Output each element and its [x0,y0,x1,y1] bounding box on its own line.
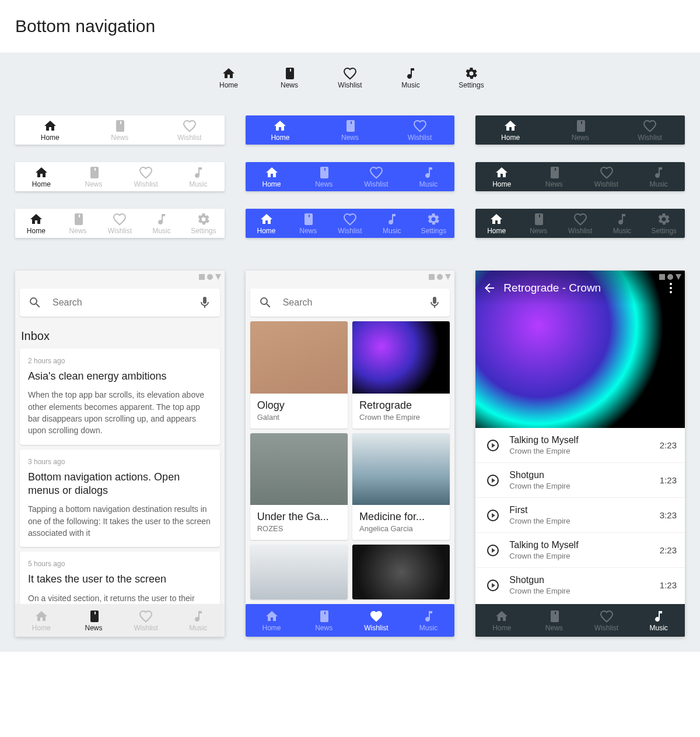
nav-item-music[interactable]: Music [172,166,225,188]
mic-icon[interactable] [198,296,212,310]
play-icon[interactable] [486,438,500,452]
nav-label: News [299,227,317,234]
back-icon[interactable] [482,281,496,295]
nav-label: News [85,624,103,631]
nav-item-settings[interactable]: Settings [183,212,225,234]
play-icon[interactable] [486,543,500,557]
track-row[interactable]: Talking to Myself Crown the Empire 2:23 [475,428,685,463]
card-time: 5 hours ago [28,560,212,568]
nav-item-home[interactable]: Home [246,609,298,631]
nav-bar-blue-3: HomeNewsWishlist [246,115,455,145]
nav-item-music[interactable]: Music [402,166,455,188]
track-row[interactable]: Shotgun Crown the Empire 1:23 [475,568,685,602]
nav-item-home[interactable]: Home [15,119,85,141]
nav-item-home[interactable]: Home [212,66,245,89]
nav-item-home[interactable]: Home [475,119,545,141]
nav-item-news[interactable]: News [517,212,559,234]
track-artist: Crown the Empire [509,552,650,560]
play-icon[interactable] [486,473,500,487]
nav-item-news[interactable]: News [57,212,99,234]
nav-item-wishlist[interactable]: Wishlist [350,609,402,631]
nav-item-wishlist[interactable]: Wishlist [155,119,225,141]
search-input[interactable] [52,297,187,308]
nav-item-home[interactable]: Home [246,212,288,234]
card-title: Bottom navigation actions. Open menus or… [28,471,212,498]
album-card[interactable] [250,545,348,599]
nav-item-wishlist[interactable]: Wishlist [334,66,366,89]
nav-item-music[interactable]: Music [632,609,685,631]
play-icon[interactable] [486,508,500,522]
nav-item-news[interactable]: News [528,609,580,631]
nav-item-music[interactable]: Music [601,212,643,234]
nav-bar-blue-4: HomeNewsWishlistMusic [246,162,455,191]
nav-item-news[interactable]: News [287,212,329,234]
track-row[interactable]: First Crown the Empire 3:23 [475,498,685,533]
nav-item-music[interactable]: Music [632,166,685,188]
nav-label: Settings [191,227,216,234]
nav-item-music[interactable]: Music [371,212,413,234]
nav-item-wishlist[interactable]: Wishlist [120,166,172,188]
inbox-card[interactable]: 2 hours ago Asia's clean energy ambition… [20,349,220,445]
nav-item-news[interactable]: News [298,166,350,188]
track-row[interactable]: Shotgun Crown the Empire 1:23 [475,463,685,498]
nav-item-music[interactable]: Music [141,212,183,234]
nav-label: Music [401,82,419,89]
nav-item-settings[interactable]: Settings [413,212,455,234]
nav-item-home[interactable]: Home [475,212,517,234]
home-icon [222,66,236,80]
nav-item-music[interactable]: Music [172,609,225,631]
nav-item-home[interactable]: Home [475,609,528,631]
home-icon [34,166,48,180]
music-icon [422,609,436,623]
nav-label: Wishlist [338,82,362,89]
album-card[interactable]: Ology Galant [250,321,348,429]
track-artist: Crown the Empire [509,447,650,455]
nav-item-home[interactable]: Home [475,166,528,188]
album-card[interactable]: Under the Ga... ROZES [250,433,348,541]
album-card[interactable]: Medicine for... Angelica Garcia [352,433,450,541]
nav-label: Music [419,181,438,188]
nav-item-wishlist[interactable]: Wishlist [350,166,402,188]
window-controls [429,274,451,280]
nav-item-wishlist[interactable]: Wishlist [580,166,633,188]
nav-item-news[interactable]: News [545,119,615,141]
nav-item-wishlist[interactable]: Wishlist [99,212,141,234]
nav-item-news[interactable]: News [68,166,120,188]
nav-item-wishlist[interactable]: Wishlist [615,119,685,141]
track-row[interactable]: Talking to Myself Crown the Empire 2:23 [475,533,685,568]
wishlist-icon [369,166,383,180]
nav-item-wishlist[interactable]: Wishlist [120,609,172,631]
more-icon[interactable] [664,281,678,295]
nav-item-music[interactable]: Music [402,609,455,631]
inbox-card[interactable]: 5 hours ago It takes the user to the scr… [20,552,220,604]
nav-item-news[interactable]: News [528,166,580,188]
nav-item-home[interactable]: Home [15,609,68,631]
search-icon[interactable] [28,296,42,310]
nav-item-music[interactable]: Music [394,66,427,89]
nav-item-settings[interactable]: Settings [455,66,488,89]
nav-item-home[interactable]: Home [15,166,68,188]
nav-item-news[interactable]: News [315,119,385,141]
play-icon[interactable] [486,578,500,592]
inbox-card[interactable]: 3 hours ago Bottom navigation actions. O… [20,450,220,548]
album-card[interactable] [352,545,450,599]
nav-item-settings[interactable]: Settings [643,212,685,234]
search-input[interactable] [283,297,418,308]
album-card[interactable]: Retrograde Crown the Empire [352,321,450,429]
nav-item-wishlist[interactable]: Wishlist [580,609,633,631]
search-icon[interactable] [258,296,272,310]
home-icon [495,166,509,180]
window-controls [659,274,681,280]
nav-item-home[interactable]: Home [15,212,57,234]
nav-item-wishlist[interactable]: Wishlist [385,119,455,141]
nav-item-news[interactable]: News [273,66,306,89]
nav-item-wishlist[interactable]: Wishlist [559,212,601,234]
mic-icon[interactable] [428,296,442,310]
nav-item-news[interactable]: News [68,609,120,631]
nav-item-news[interactable]: News [298,609,350,631]
nav-item-wishlist[interactable]: Wishlist [329,212,371,234]
nav-item-home[interactable]: Home [246,166,298,188]
card-title: It takes the user to the screen [28,573,212,586]
nav-item-news[interactable]: News [85,119,155,141]
nav-item-home[interactable]: Home [246,119,316,141]
